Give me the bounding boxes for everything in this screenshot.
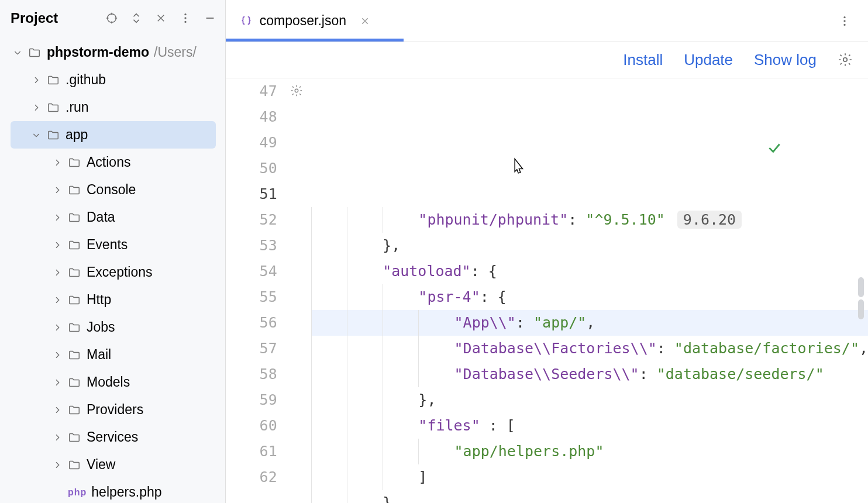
code-line[interactable]: }, xyxy=(311,233,868,259)
chevron-right-icon[interactable] xyxy=(51,377,63,388)
tree-item-label: Providers xyxy=(87,402,143,418)
composer-settings-icon[interactable] xyxy=(838,52,854,68)
folder-icon xyxy=(47,128,61,142)
tree-item-label: Models xyxy=(87,374,130,390)
folder-icon xyxy=(68,211,82,225)
line-number: 61 xyxy=(226,439,277,464)
close-tab-icon[interactable] xyxy=(360,16,370,26)
line-number: 52 xyxy=(226,207,277,233)
tree-item[interactable]: app xyxy=(11,121,216,149)
locate-icon[interactable] xyxy=(101,8,122,29)
chevron-down-icon[interactable] xyxy=(30,129,42,141)
folder-icon xyxy=(68,183,82,197)
chevron-right-icon[interactable] xyxy=(30,102,42,113)
composer-showlog-link[interactable]: Show log xyxy=(754,51,817,69)
tree-item[interactable]: Mail xyxy=(0,341,225,368)
composer-install-link[interactable]: Install xyxy=(623,51,663,69)
tree-item[interactable]: Jobs xyxy=(0,313,225,341)
tree-item-label: Actions xyxy=(87,154,130,170)
tree-item-label: View xyxy=(87,457,115,473)
tree-item[interactable]: Services xyxy=(0,423,225,451)
editor-tabs-bar: composer.json xyxy=(226,0,868,42)
hide-icon[interactable] xyxy=(150,8,171,29)
tree-item-label: Console xyxy=(87,182,136,198)
scrollbar[interactable] xyxy=(855,277,867,324)
chevron-right-icon[interactable] xyxy=(51,294,63,306)
code-line[interactable]: "psr-4": { xyxy=(311,284,868,310)
svg-point-15 xyxy=(843,23,845,25)
tree-item[interactable]: .run xyxy=(0,94,225,121)
line-number: 50 xyxy=(226,156,277,181)
expand-collapse-icon[interactable] xyxy=(126,8,147,29)
folder-icon xyxy=(47,73,61,87)
line-number: 58 xyxy=(226,361,277,387)
svg-point-8 xyxy=(184,17,186,19)
line-number: 51 xyxy=(226,181,277,207)
chevron-right-icon[interactable] xyxy=(51,404,63,416)
code-editor[interactable]: 47484950515253545556575859606162 "phpuni… xyxy=(226,78,868,503)
tree-item[interactable]: phphelpers.php xyxy=(0,478,225,503)
tree-item[interactable]: Http xyxy=(0,286,225,313)
root-path: /Users/ xyxy=(154,44,197,60)
more-options-icon[interactable] xyxy=(175,8,196,29)
chevron-right-icon[interactable] xyxy=(51,349,63,361)
line-number: 59 xyxy=(226,387,277,413)
tree-item[interactable]: View xyxy=(0,451,225,478)
code-line[interactable]: "Database\\Seeders\\": "database/seeders… xyxy=(311,361,868,387)
chevron-right-icon[interactable] xyxy=(51,212,63,223)
code-line[interactable]: }, xyxy=(311,387,868,413)
code-line[interactable]: ] xyxy=(311,464,868,490)
project-tree[interactable]: phpstorm-demo /Users/.github.runappActio… xyxy=(0,36,225,503)
scrollbar-thumb[interactable] xyxy=(858,299,864,319)
code-line[interactable]: }, xyxy=(311,490,868,503)
code-line[interactable]: "autoload": { xyxy=(311,259,868,284)
code-line[interactable]: "Database\\Factories\\": "database/facto… xyxy=(311,336,868,361)
chevron-right-icon[interactable] xyxy=(51,432,63,443)
tree-item[interactable]: Models xyxy=(0,368,225,396)
version-hint[interactable]: 9.6.20 xyxy=(677,211,742,229)
php-file-icon: php xyxy=(68,487,87,498)
inspection-ok-icon[interactable] xyxy=(767,89,855,207)
project-root[interactable]: phpstorm-demo /Users/ xyxy=(0,39,225,66)
chevron-right-icon[interactable] xyxy=(51,239,63,251)
chevron-right-icon[interactable] xyxy=(51,184,63,196)
folder-icon xyxy=(68,348,82,362)
folder-icon xyxy=(68,403,82,417)
tree-item[interactable]: Events xyxy=(0,231,225,259)
tree-item[interactable]: Console xyxy=(0,176,225,204)
code-line[interactable]: "phpunit/phpunit": "^9.5.10" 9.6.20 xyxy=(311,207,868,233)
tree-item[interactable]: Providers xyxy=(0,396,225,423)
code-line[interactable]: "App\\": "app/", xyxy=(311,310,868,336)
editor-tab-composer[interactable]: composer.json xyxy=(226,0,384,42)
svg-point-16 xyxy=(843,57,848,61)
chevron-right-icon[interactable] xyxy=(51,459,63,471)
chevron-right-icon[interactable] xyxy=(51,157,63,168)
code-line[interactable]: "files" : [ xyxy=(311,413,868,439)
gutter-settings-icon[interactable] xyxy=(290,84,303,97)
chevron-right-icon[interactable] xyxy=(51,322,63,333)
chevron-down-icon[interactable] xyxy=(12,47,23,58)
tab-options-icon[interactable] xyxy=(833,9,856,33)
code-line[interactable]: "app/helpers.php" xyxy=(311,439,868,464)
tree-item[interactable]: .github xyxy=(0,66,225,94)
folder-icon xyxy=(68,321,82,335)
code-content[interactable]: "phpunit/phpunit": "^9.5.10" 9.6.20 }, "… xyxy=(311,78,868,503)
tree-item-label: Services xyxy=(87,429,138,445)
chevron-right-icon[interactable] xyxy=(51,267,63,278)
line-number: 47 xyxy=(226,78,277,104)
chevron-right-icon[interactable] xyxy=(30,74,42,86)
svg-point-7 xyxy=(184,13,186,15)
tree-item[interactable]: Exceptions xyxy=(0,259,225,286)
composer-update-link[interactable]: Update xyxy=(684,51,733,69)
svg-point-13 xyxy=(843,16,845,18)
tree-item[interactable]: Actions xyxy=(0,149,225,176)
folder-icon xyxy=(68,375,82,390)
project-title: Project xyxy=(5,10,61,26)
scrollbar-thumb[interactable] xyxy=(858,277,864,297)
folder-icon xyxy=(68,156,82,170)
active-tab-indicator xyxy=(226,39,404,42)
minimize-icon[interactable] xyxy=(199,8,221,29)
tree-item[interactable]: Data xyxy=(0,204,225,231)
line-number: 54 xyxy=(226,259,277,284)
line-number: 60 xyxy=(226,413,277,439)
